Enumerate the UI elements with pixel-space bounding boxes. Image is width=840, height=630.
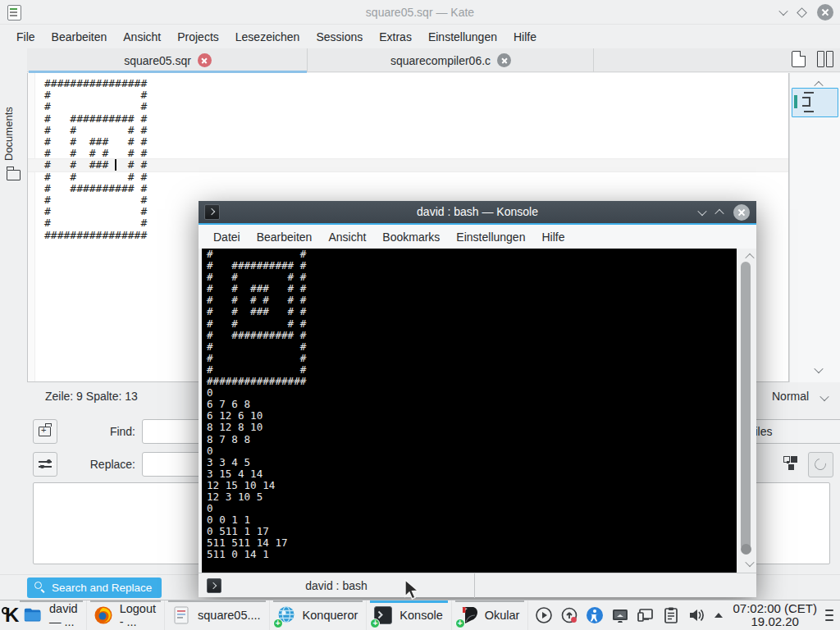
kate-menu-item[interactable]: Hilfe <box>505 27 545 47</box>
close-icon[interactable] <box>817 4 833 21</box>
task-label: Konqueror <box>303 609 358 622</box>
konsole-icon: + <box>373 605 393 625</box>
konsole-titlebar[interactable]: david : bash — Konsole <box>199 201 756 223</box>
okular-icon: + <box>459 605 478 625</box>
terminal-line: # # # # # # <box>207 294 306 306</box>
task-button-okular[interactable]: + Okular <box>452 600 529 630</box>
terminal-line: 0 511 1 17 <box>207 526 306 537</box>
software-updates-icon[interactable] <box>560 606 578 624</box>
konsole-body: # ## ########## ## # # ## # ### # ## # #… <box>199 249 756 573</box>
clipboard-icon[interactable] <box>662 606 680 624</box>
text-cursor <box>115 159 116 171</box>
minimize-icon[interactable] <box>778 7 788 16</box>
scroll-down-icon[interactable] <box>814 364 823 373</box>
project-tree-icon[interactable] <box>782 456 797 471</box>
expand-tray-icon[interactable] <box>713 606 724 624</box>
terminal-line: 3 15 4 14 <box>207 468 306 480</box>
volume-icon[interactable] <box>687 606 705 624</box>
terminal-line: 511 0 14 1 <box>207 549 306 560</box>
task-button-square05[interactable]: square05.... <box>165 600 270 630</box>
kate-menu-item[interactable]: Einstellungen <box>420 27 505 47</box>
terminal-line: # # # # <box>207 272 306 283</box>
tab-squarecompiler06-c[interactable]: squarecompiler06.c <box>308 48 594 72</box>
terminal-scrollbar[interactable] <box>737 249 756 573</box>
sliders-icon <box>39 460 52 468</box>
terminal-line: 6 7 6 8 <box>207 399 306 410</box>
kate-menu-item[interactable]: Sessions <box>308 27 371 47</box>
konsole-menu-item[interactable]: Ansicht <box>320 227 374 247</box>
new-document-icon[interactable] <box>792 51 806 67</box>
filesystem-browser-icon[interactable] <box>7 170 21 180</box>
find-label: Find: <box>70 425 135 438</box>
system-tray <box>535 600 724 630</box>
folder-icon <box>23 605 43 625</box>
clock-date: 19.02.20 <box>733 615 817 628</box>
terminal-line: # # <box>207 341 306 353</box>
terminal-line: 0 0 1 1 <box>207 514 306 526</box>
konsole-menu-item[interactable]: Einstellungen <box>448 227 533 247</box>
panel-settings-icon[interactable] <box>825 606 833 624</box>
kate-titlebar[interactable]: square05.sqr — Kate <box>0 0 840 25</box>
input-mode-status[interactable]: Normal <box>772 390 809 403</box>
konsole-menu-item[interactable]: Bookmarks <box>374 227 448 247</box>
konsole-tab-david-bash[interactable]: david : bash <box>199 573 475 598</box>
editor-scrollbar-minimap[interactable] <box>789 73 840 382</box>
application-launcher-button[interactable]: K <box>0 600 16 630</box>
kate-menu-item[interactable]: Projects <box>169 27 227 47</box>
kate-menu-item[interactable]: Bearbeiten <box>43 27 116 47</box>
search-options-button[interactable] <box>33 452 57 477</box>
terminal-line: 12 3 10 5 <box>207 491 306 503</box>
close-icon[interactable] <box>733 204 750 221</box>
screen-sharing-icon[interactable] <box>611 606 629 624</box>
task-label: david — ... <box>49 602 78 628</box>
konsole-tab-label: david : bash <box>305 579 368 592</box>
konsole-menu-item[interactable]: Hilfe <box>533 227 573 247</box>
new-search-tab-button[interactable] <box>33 419 57 444</box>
scroll-down-icon[interactable] <box>745 558 754 567</box>
terminal-prompt-line: Kein Fehlerdavid@talkortell:~$ <box>207 561 465 573</box>
kate-menubar: FileBearbeitenAnsichtProjectsLesezeichen… <box>0 25 840 48</box>
editor-line: # # ### # # <box>28 136 788 148</box>
terminal-line: 3 3 4 5 <box>207 457 306 468</box>
kate-menu-item[interactable]: Extras <box>371 27 420 47</box>
kate-menu-item[interactable]: Ansicht <box>115 27 169 47</box>
task-button-konqueror[interactable]: + Konqueror <box>270 600 368 630</box>
digital-clock[interactable]: 07:02:00 (CET) 19.02.20 <box>733 602 817 628</box>
sidebar-item-documents[interactable]: Documents <box>2 101 24 167</box>
minimize-icon[interactable] <box>697 206 706 215</box>
scrollbar-thumb[interactable] <box>741 262 751 550</box>
search-and-replace-toggle-button[interactable]: Search and Replace <box>27 578 162 598</box>
plus-badge-icon: + <box>455 619 465 628</box>
refresh-search-button[interactable] <box>808 452 833 477</box>
kate-window-title: square05.sqr — Kate <box>0 0 840 25</box>
media-player-icon[interactable] <box>535 606 553 624</box>
maximize-icon[interactable] <box>714 208 724 217</box>
konsole-menu-item[interactable]: Bearbeiten <box>249 227 321 247</box>
split-view-icon[interactable] <box>817 51 833 67</box>
editor-line: # # ### # # <box>28 159 788 171</box>
tab-square05-sqr[interactable]: square05.sqr <box>29 48 308 72</box>
terminal-line: ################ <box>207 376 306 387</box>
tab-label: square05.sqr <box>124 54 191 67</box>
kate-menu-item[interactable]: Lesezeichen <box>227 27 308 47</box>
konsole-menubar: DateiBearbeitenAnsichtBookmarksEinstellu… <box>199 225 756 249</box>
kate-menu-item[interactable]: File <box>8 27 43 47</box>
konsole-menu-item[interactable]: Datei <box>205 227 249 247</box>
terminal-line: 8 12 8 10 <box>207 422 306 433</box>
accessibility-icon[interactable] <box>586 606 604 624</box>
task-button-firefox[interactable]: Logout - ... <box>87 600 165 630</box>
kde-connect-icon[interactable] <box>637 606 655 624</box>
maximize-icon[interactable] <box>797 7 807 18</box>
tab-label: squarecompiler06.c <box>390 54 491 67</box>
task-button-dolphin[interactable]: david — ... <box>16 600 87 630</box>
terminal-line: # # ### # # <box>207 306 306 317</box>
tab-close-icon[interactable] <box>198 53 212 67</box>
refresh-icon <box>812 456 828 472</box>
terminal-screen[interactable]: # ## ########## ## # # ## # ### # ## # #… <box>202 249 737 573</box>
task-button-konsole[interactable]: + Konsole <box>367 600 451 630</box>
cursor-position-status[interactable]: Zeile: 9 Spalte: 13 <box>45 390 138 403</box>
konsole-window: david : bash — Konsole DateiBearbeitenAn… <box>199 201 756 597</box>
tab-close-icon[interactable] <box>497 53 511 67</box>
editor-line: # # # # # # <box>28 148 788 159</box>
minimap-view-indicator[interactable] <box>792 88 838 117</box>
